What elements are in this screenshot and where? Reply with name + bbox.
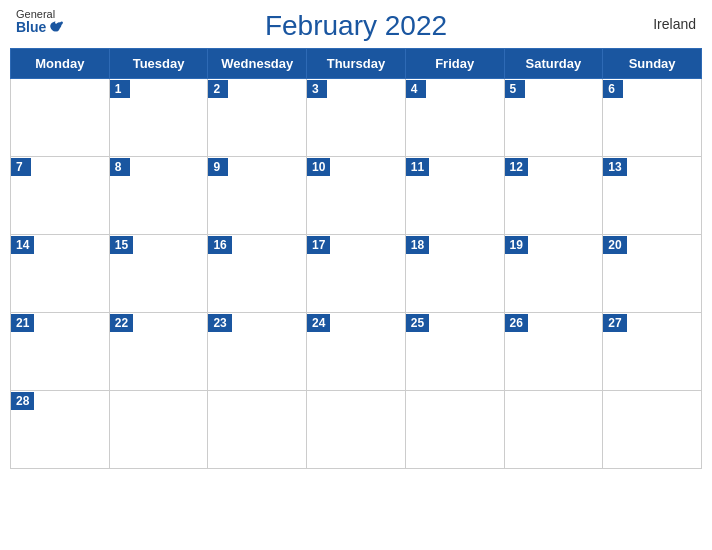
logo-general-text: General	[16, 8, 55, 20]
day-number-28: 28	[11, 392, 34, 410]
day-cell-4-4	[405, 391, 504, 469]
day-number-20: 20	[603, 236, 626, 254]
day-cell-1-6: 13	[603, 157, 702, 235]
day-cell-0-0	[11, 79, 110, 157]
day-cell-2-2: 16	[208, 235, 307, 313]
day-cell-2-1: 15	[109, 235, 208, 313]
day-number-23: 23	[208, 314, 231, 332]
day-cell-1-4: 11	[405, 157, 504, 235]
day-cell-1-5: 12	[504, 157, 603, 235]
day-number-14: 14	[11, 236, 34, 254]
day-number-26: 26	[505, 314, 528, 332]
header-tuesday: Tuesday	[109, 49, 208, 79]
day-number-16: 16	[208, 236, 231, 254]
header-sunday: Sunday	[603, 49, 702, 79]
day-cell-3-4: 25	[405, 313, 504, 391]
day-number-8: 8	[110, 158, 130, 176]
day-headers-row: Monday Tuesday Wednesday Thursday Friday…	[11, 49, 702, 79]
calendar-table: Monday Tuesday Wednesday Thursday Friday…	[10, 48, 702, 469]
header-monday: Monday	[11, 49, 110, 79]
day-number-17: 17	[307, 236, 330, 254]
day-cell-2-0: 14	[11, 235, 110, 313]
day-number-22: 22	[110, 314, 133, 332]
day-cell-2-5: 19	[504, 235, 603, 313]
calendar-header: General Blue February 2022 Ireland	[0, 0, 712, 48]
day-number-9: 9	[208, 158, 228, 176]
logo-bird-icon	[48, 20, 64, 36]
day-number-2: 2	[208, 80, 228, 98]
calendar-title: February 2022	[265, 10, 447, 42]
day-cell-3-1: 22	[109, 313, 208, 391]
header-saturday: Saturday	[504, 49, 603, 79]
week-row-1: 123456	[11, 79, 702, 157]
day-cell-1-3: 10	[307, 157, 406, 235]
day-cell-4-5	[504, 391, 603, 469]
day-number-19: 19	[505, 236, 528, 254]
country-label: Ireland	[653, 16, 696, 32]
day-cell-3-2: 23	[208, 313, 307, 391]
week-row-2: 78910111213	[11, 157, 702, 235]
header-friday: Friday	[405, 49, 504, 79]
day-cell-2-6: 20	[603, 235, 702, 313]
week-row-4: 21222324252627	[11, 313, 702, 391]
day-cell-0-2: 2	[208, 79, 307, 157]
logo-blue-text: Blue	[16, 20, 64, 36]
day-cell-4-3	[307, 391, 406, 469]
day-cell-0-1: 1	[109, 79, 208, 157]
day-number-6: 6	[603, 80, 623, 98]
calendar-body: 1234567891011121314151617181920212223242…	[11, 79, 702, 469]
day-cell-3-3: 24	[307, 313, 406, 391]
day-number-7: 7	[11, 158, 31, 176]
day-cell-1-0: 7	[11, 157, 110, 235]
day-number-12: 12	[505, 158, 528, 176]
day-cell-4-2	[208, 391, 307, 469]
day-number-5: 5	[505, 80, 525, 98]
header-thursday: Thursday	[307, 49, 406, 79]
header-wednesday: Wednesday	[208, 49, 307, 79]
day-cell-0-4: 4	[405, 79, 504, 157]
day-number-27: 27	[603, 314, 626, 332]
day-number-13: 13	[603, 158, 626, 176]
day-cell-4-0: 28	[11, 391, 110, 469]
day-cell-4-6	[603, 391, 702, 469]
day-number-4: 4	[406, 80, 426, 98]
day-number-25: 25	[406, 314, 429, 332]
day-number-24: 24	[307, 314, 330, 332]
day-cell-4-1	[109, 391, 208, 469]
day-number-18: 18	[406, 236, 429, 254]
day-number-15: 15	[110, 236, 133, 254]
week-row-5: 28	[11, 391, 702, 469]
day-cell-3-6: 27	[603, 313, 702, 391]
day-number-21: 21	[11, 314, 34, 332]
day-cell-1-2: 9	[208, 157, 307, 235]
day-number-10: 10	[307, 158, 330, 176]
day-cell-2-3: 17	[307, 235, 406, 313]
day-cell-3-0: 21	[11, 313, 110, 391]
day-number-3: 3	[307, 80, 327, 98]
day-cell-2-4: 18	[405, 235, 504, 313]
day-number-1: 1	[110, 80, 130, 98]
day-cell-3-5: 26	[504, 313, 603, 391]
day-cell-0-5: 5	[504, 79, 603, 157]
day-cell-1-1: 8	[109, 157, 208, 235]
logo: General Blue	[16, 8, 64, 36]
week-row-3: 14151617181920	[11, 235, 702, 313]
day-cell-0-3: 3	[307, 79, 406, 157]
day-cell-0-6: 6	[603, 79, 702, 157]
day-number-11: 11	[406, 158, 429, 176]
